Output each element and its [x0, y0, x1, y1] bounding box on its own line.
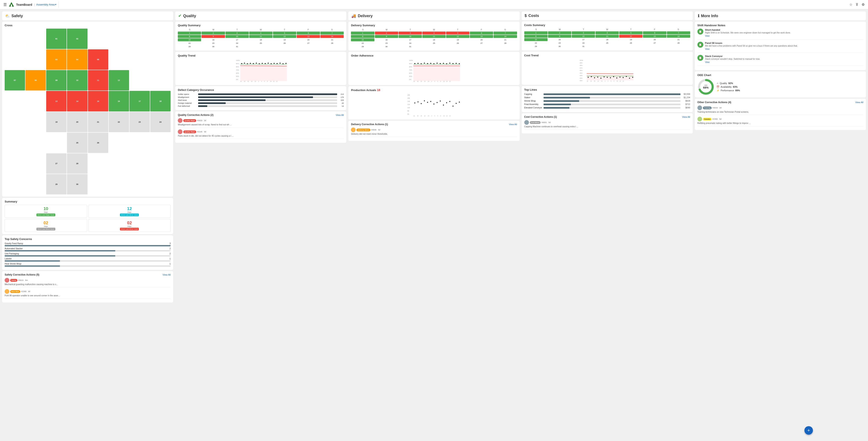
svg-point-62: [453, 63, 454, 64]
safety-ca-view-all[interactable]: View All: [162, 274, 170, 276]
svg-text:$90k: $90k: [580, 62, 583, 64]
line-value: $722: [682, 103, 690, 105]
avatar-safety-2: [5, 289, 9, 294]
oee-performance-icon: ⚡: [716, 89, 719, 92]
concern-name: Heat Shrink Wrap: [5, 263, 22, 265]
svg-text:10: 10: [443, 115, 445, 117]
filter-icon[interactable]: ⊽: [856, 3, 858, 6]
delivery-title: Delivery: [358, 14, 373, 18]
defect-bar-bg: [198, 102, 337, 104]
svg-point-54: [427, 63, 428, 64]
note-item-1: 📋 Short-handed Night Shift is on Schedul…: [698, 29, 863, 40]
cross-title: Cross: [5, 24, 170, 27]
avatar-safety-1: [5, 278, 9, 283]
svg-rect-1: [11, 4, 12, 6]
header-separator: |: [34, 3, 35, 6]
svg-point-51: [417, 63, 418, 64]
svg-text:14: 14: [622, 81, 624, 82]
safety-ca-item-2: Near Miss #2390 9d Fork lift operator un…: [5, 289, 170, 298]
svg-text:8: 8: [614, 81, 614, 82]
safety-column: ⛅ Safety Cross 0102 0304 05: [2, 11, 173, 439]
svg-text:8k: 8k: [407, 110, 409, 112]
svg-text:20: 20: [594, 81, 595, 82]
other-ca-text-1: Training technicians on new Technician P…: [698, 111, 863, 113]
concern-name: Unit Packaging: [5, 252, 19, 255]
badge-yokoten: Yokoten: [703, 118, 712, 121]
svg-point-84: [414, 102, 415, 103]
svg-point-125: [594, 77, 595, 78]
svg-point-96: [453, 106, 454, 107]
concern-value: 2: [169, 252, 171, 255]
cost-ca-view-all[interactable]: View All: [682, 116, 690, 118]
svg-text:16k: 16k: [407, 97, 410, 99]
quality-ca-meta-1: #3020 2d: [197, 120, 206, 122]
note-link-3[interactable]: View: [705, 61, 710, 63]
delivery-ca-view-all[interactable]: View All: [509, 123, 517, 126]
other-ca-header: Other Corrective Actions (4) View All: [698, 101, 863, 104]
note-link-1[interactable]: View: [705, 35, 710, 37]
summary-days-1: 10: [6, 206, 86, 211]
note-title-1: Short-handed: [705, 29, 863, 31]
top-lines-row: Shrink Wrap $929: [524, 100, 690, 102]
badge-training: Training: [703, 106, 712, 109]
menu-icon[interactable]: ☰: [3, 2, 7, 7]
order-adherence-card: Order Adherence 100% 90% 80% 70% 60% 50%…: [348, 52, 519, 85]
settings-icon[interactable]: ⚙: [862, 3, 865, 6]
svg-text:12k: 12k: [407, 104, 410, 105]
svg-point-20: [265, 63, 266, 64]
svg-text:10: 10: [270, 81, 272, 82]
svg-point-85: [417, 101, 418, 102]
cross-card: Cross 0102 0304 05 0708 0910: [2, 22, 173, 196]
svg-point-98: [459, 102, 460, 103]
quality-title: Quality: [183, 14, 196, 18]
svg-text:0%: 0%: [236, 79, 238, 80]
cost-ca-card: Cost Corrective Actions (1) View All Cos…: [522, 113, 693, 133]
area-dropdown-icon[interactable]: ▼: [55, 3, 57, 6]
app-header: ☰ TeamBoard | Assembly Area ▼ ☆ ⊽ ⚙: [0, 0, 868, 9]
svg-text:50%: 50%: [236, 75, 239, 77]
svg-text:18: 18: [417, 81, 418, 82]
line-bar-bg: [544, 100, 680, 102]
star-icon[interactable]: ☆: [849, 3, 852, 6]
svg-point-136: [629, 78, 630, 79]
avatar-delivery-1: [351, 127, 355, 132]
svg-text:12: 12: [619, 81, 621, 82]
svg-text:$40k: $40k: [580, 75, 583, 76]
concern-bar-bg: [5, 260, 170, 261]
svg-text:12: 12: [273, 81, 275, 82]
svg-point-23: [274, 63, 275, 64]
avatar-other-1: [698, 105, 702, 110]
quality-ca-view-all[interactable]: View All: [336, 114, 344, 116]
area-selector[interactable]: Assembly Area: [36, 3, 55, 6]
other-ca-view-all[interactable]: View All: [855, 101, 863, 103]
defect-value: 176: [338, 96, 344, 98]
note-link-2[interactable]: View: [705, 48, 710, 50]
note-text-2: We did have a few problems with Panel 58…: [705, 45, 863, 47]
delivery-icon: 🚚: [351, 13, 356, 18]
line-bar-bg: [544, 103, 680, 105]
defect-bar-bg: [198, 93, 337, 95]
quality-trend-chart: 100% 90% 80% 70% 60% 50% 0%: [178, 59, 344, 82]
svg-text:4: 4: [608, 81, 609, 82]
summary-label-2: Since Last Minor Issue: [120, 214, 139, 216]
oee-quality-value: 92%: [728, 82, 733, 85]
top-lines-row: Staker $1,234: [524, 96, 690, 99]
fab-button[interactable]: +: [804, 426, 813, 435]
svg-text:80%: 80%: [409, 66, 412, 68]
more-info-column: ℹ More Info Shift Handover Notes 📋 Short…: [695, 11, 866, 439]
defect-title: Defect Category Occurance: [178, 88, 344, 92]
quality-summary-card: Quality Summary SMTWTFS 123 4567 8910 11…: [175, 22, 346, 51]
concern-bar-fill: [5, 250, 115, 251]
safety-ca-card: Safety Corrective Actions (5) View All S…: [2, 271, 173, 303]
svg-point-27: [285, 63, 286, 64]
svg-point-92: [440, 101, 441, 102]
line-bar-fill: [544, 97, 590, 98]
cost-ca-header: Cost Corrective Actions (1) View All: [524, 116, 690, 118]
line-bar-bg: [544, 97, 680, 98]
oee-performance-label: Performance: [721, 89, 734, 92]
avatar-quality-2: [178, 129, 182, 134]
note-item-3: 📋 Stack Conveyor Stack conveyor wouldn't…: [698, 55, 863, 66]
cost-trend-chart: $100k $90k $80k $70k $60k $50k $40k $30k…: [524, 59, 690, 82]
svg-text:14: 14: [449, 115, 451, 117]
svg-text:24: 24: [428, 81, 429, 82]
